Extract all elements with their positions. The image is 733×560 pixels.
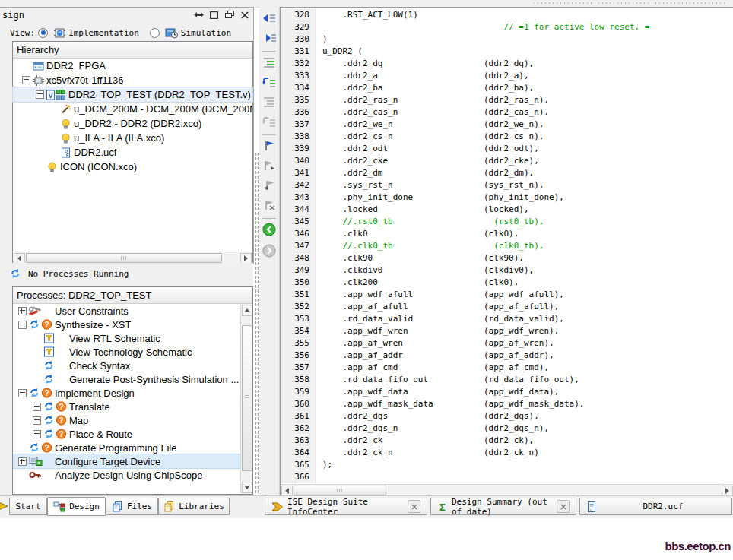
hierarchy-item[interactable]: DDR2_FPGA bbox=[13, 59, 252, 73]
hierarchy-item[interactable]: VDDR2_TOP_TEST (DDR2_TOP_TEST.v) bbox=[13, 87, 252, 102]
scroll-up-icon[interactable] bbox=[242, 305, 252, 316]
editor-tab-2[interactable]: ΣDesign Summary (out of date) bbox=[430, 498, 576, 515]
implementation-label[interactable]: Implementation bbox=[68, 28, 139, 38]
implementation-radio[interactable] bbox=[38, 28, 48, 38]
expand-icon[interactable] bbox=[33, 403, 41, 411]
collapse-icon[interactable] bbox=[22, 76, 30, 84]
hierarchy-item[interactable]: u_DDR2 - DDR2 (DDR2.xco) bbox=[13, 116, 252, 131]
code-line[interactable]: 350 .clk200 (clk0), bbox=[281, 277, 733, 289]
code-line[interactable]: 334 .ddr2_ba (ddr2_ba), bbox=[281, 82, 733, 94]
hierarchy-item[interactable]: UFDDR2.ucf bbox=[13, 145, 252, 160]
code-line[interactable]: 332 .ddr2_dq (ddr2_dq), bbox=[281, 58, 733, 70]
vscroll-thumb[interactable] bbox=[242, 325, 252, 471]
collapse-icon[interactable] bbox=[36, 90, 44, 99]
code-line[interactable]: 354 .app_wdf_wren (app_wdf_wren), bbox=[281, 325, 733, 337]
code-line[interactable]: 353 .rd_data_valid (rd_data_valid), bbox=[281, 313, 733, 325]
clear-bookmarks-icon[interactable] bbox=[262, 198, 277, 212]
code-line[interactable]: 349 .clkdiv0 (clkdiv0), bbox=[281, 264, 733, 277]
expand-icon[interactable] bbox=[18, 457, 27, 466]
code-line[interactable]: 356 .app_af_addr (app_af_addr), bbox=[281, 350, 733, 362]
scroll-right-icon[interactable] bbox=[240, 253, 252, 264]
prev-bookmark-icon[interactable] bbox=[262, 179, 277, 192]
hscroll-thumb[interactable] bbox=[26, 253, 222, 263]
toolbar-drag-handle[interactable] bbox=[532, 2, 726, 5]
tab-files[interactable]: Files bbox=[106, 498, 158, 515]
scroll-left-icon[interactable] bbox=[14, 253, 25, 264]
code-line[interactable]: 351 .app_wdf_afull (app_wdf_afull), bbox=[281, 289, 733, 301]
maximize-panel-icon[interactable] bbox=[208, 9, 220, 21]
hierarchy-item[interactable]: u_DCM_200M - DCM_200M (DCM_200M bbox=[13, 102, 252, 116]
code-line[interactable]: 343 .phy_init_done (phy_init_done), bbox=[281, 191, 733, 204]
code-line[interactable]: 357 .app_af_cmd (app_af_cmd), bbox=[281, 362, 733, 374]
indent-disabled-icon[interactable] bbox=[262, 95, 277, 109]
restore-panel-icon[interactable] bbox=[224, 9, 235, 21]
next-bookmark-icon[interactable] bbox=[262, 159, 277, 172]
code-line[interactable]: 364 .ddr2_ck_n (ddr2_ck_n) bbox=[281, 447, 733, 459]
tab-libraries[interactable]: Libraries bbox=[158, 498, 230, 515]
code-line[interactable]: 339 .ddr2_odt (ddr2_odt), bbox=[281, 143, 733, 155]
process-item[interactable]: ?Implement Design bbox=[13, 386, 241, 400]
tab-design[interactable]: Design bbox=[47, 497, 106, 516]
prev-instance-icon[interactable] bbox=[262, 11, 277, 25]
simulation-radio[interactable] bbox=[150, 28, 160, 38]
process-item[interactable]: Configure Target Device bbox=[13, 454, 241, 468]
collapse-icon[interactable] bbox=[18, 321, 27, 329]
expand-icon[interactable] bbox=[33, 416, 41, 425]
code-line[interactable]: 352 .app_af_afull (app_af_afull), bbox=[281, 301, 733, 313]
expand-icon[interactable] bbox=[18, 307, 27, 315]
code-line[interactable]: 358 .rd_data_fifo_out (rd_data_fifo_out)… bbox=[281, 374, 733, 386]
process-item[interactable]: ?Synthesize - XST bbox=[13, 318, 241, 331]
code-line[interactable]: 347 //.clk0_tb (clk0_tb), bbox=[281, 240, 733, 252]
hierarchy-item[interactable]: u_ILA - ILA (ILA.xco) bbox=[13, 131, 252, 145]
code-line[interactable]: 335 .ddr2_ras_n (ddr2_ras_n), bbox=[281, 94, 733, 106]
code-line[interactable]: 361 .ddr2_dqs (ddr2_dqs), bbox=[281, 410, 733, 422]
code-editor[interactable]: 328 .RST_ACT_LOW(1)329 // =1 for active … bbox=[280, 7, 733, 496]
editor-tab-3[interactable]: DDR2.ucf bbox=[579, 498, 732, 515]
process-item[interactable]: View Technology Schematic bbox=[13, 345, 241, 359]
code-line[interactable]: 366 bbox=[281, 471, 733, 483]
editor-tab-1[interactable]: ISE Design Suite InfoCenter bbox=[265, 498, 427, 515]
processes-vscrollbar[interactable] bbox=[240, 304, 252, 494]
close-icon[interactable] bbox=[557, 500, 570, 513]
forward-icon[interactable] bbox=[262, 244, 277, 258]
code-line[interactable]: 363 .ddr2_ck (ddr2_ck), bbox=[281, 435, 733, 447]
code-line[interactable]: 330) bbox=[281, 33, 733, 46]
hscroll-thumb[interactable] bbox=[294, 486, 386, 495]
code-line[interactable]: 365); bbox=[281, 459, 733, 471]
process-item[interactable]: Generate Post-Synthesis Simulation ... bbox=[13, 372, 241, 386]
undo-indent-icon[interactable] bbox=[262, 75, 277, 89]
code-line[interactable]: 338 .ddr2_cs_n (ddr2_cs_n), bbox=[281, 131, 733, 143]
code-line[interactable]: 329 // =1 for active low reset, = bbox=[281, 21, 733, 33]
code-line[interactable]: 341 .ddr2_dm (ddr2_dm), bbox=[281, 167, 733, 179]
simulation-label[interactable]: Simulation bbox=[181, 28, 231, 38]
close-icon[interactable] bbox=[408, 500, 420, 513]
indent-icon[interactable] bbox=[262, 55, 277, 69]
float-panel-icon[interactable] bbox=[193, 9, 205, 21]
hierarchy-item[interactable]: xc5vfx70t-1ff1136 bbox=[13, 73, 252, 87]
process-item[interactable]: Check Syntax bbox=[13, 359, 241, 372]
code-line[interactable]: 346 .clk0 (clk0), bbox=[281, 228, 733, 240]
process-item[interactable]: Analyze Design Using ChipScope bbox=[13, 468, 241, 482]
process-item[interactable]: User Constraints bbox=[13, 304, 241, 318]
vertical-splitter[interactable] bbox=[255, 152, 259, 495]
expand-icon[interactable] bbox=[33, 430, 41, 438]
code-area[interactable]: 328 .RST_ACT_LOW(1)329 // =1 for active … bbox=[281, 9, 733, 485]
next-instance-icon[interactable] bbox=[262, 31, 277, 45]
tab-start[interactable]: Start bbox=[9, 498, 47, 515]
code-line[interactable]: 344 .locked (locked), bbox=[281, 204, 733, 216]
code-line[interactable]: 333 .ddr2_a (ddr2_a), bbox=[281, 70, 733, 82]
code-line[interactable]: 328 .RST_ACT_LOW(1) bbox=[281, 9, 733, 21]
code-line[interactable]: 340 .ddr2_cke (ddr2_cke), bbox=[281, 155, 733, 167]
hierarchy-hscrollbar[interactable] bbox=[13, 252, 252, 264]
hierarchy-item[interactable]: ICON (ICON.xco) bbox=[13, 160, 252, 174]
code-line[interactable]: 355 .app_af_wren (app_af_wren), bbox=[281, 337, 733, 350]
undo-disabled-icon[interactable] bbox=[262, 115, 277, 128]
design-panel-titlebar[interactable]: sign bbox=[0, 8, 253, 23]
editor-hscrollbar[interactable] bbox=[281, 484, 733, 496]
process-item[interactable]: ?Place & Route bbox=[13, 427, 241, 441]
scroll-left-icon[interactable] bbox=[281, 486, 293, 496]
code-line[interactable]: 362 .ddr2_dqs_n (ddr2_dqs_n), bbox=[281, 422, 733, 435]
process-item[interactable]: View RTL Schematic bbox=[13, 331, 241, 345]
code-line[interactable]: 336 .ddr2_cas_n (ddr2_cas_n), bbox=[281, 106, 733, 119]
scroll-right-icon[interactable] bbox=[722, 486, 733, 496]
